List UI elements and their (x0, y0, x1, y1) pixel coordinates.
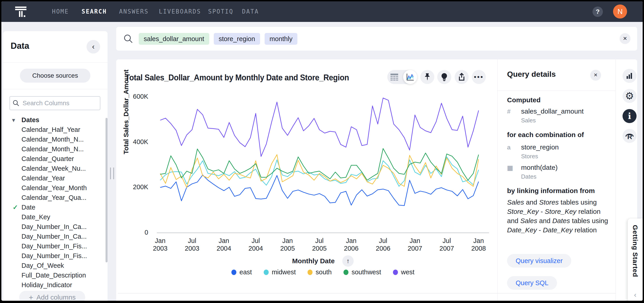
x-tick-label: Jan2006 (335, 237, 367, 252)
line-chart (150, 93, 496, 238)
series-line-midwest (160, 157, 478, 186)
column-item[interactable]: Calendar_Year_Qua... (3, 193, 104, 203)
search-token-monthly[interactable]: monthly (264, 33, 298, 45)
chart-view-button[interactable] (403, 70, 417, 84)
avatar[interactable]: N (613, 4, 627, 18)
divider (616, 59, 616, 301)
clear-search-button[interactable]: × (620, 33, 630, 44)
check-icon: ✓ (13, 203, 18, 212)
search-tokens: sales_dollar_amountstore_regionmonthly (139, 33, 297, 45)
search-icon (124, 34, 133, 44)
y-tick-label: 600K (124, 93, 148, 100)
legend-item-midwest[interactable]: midwest (264, 269, 296, 276)
sort-ascending-button[interactable]: ↑ (342, 255, 354, 267)
column-item[interactable]: Date_Key (3, 212, 104, 222)
legend-dot (308, 270, 312, 275)
answer-card: Total Sales_Dollar_Amount by Monthly Dat… (116, 59, 637, 301)
spotiq-insights-button[interactable] (437, 70, 451, 84)
x-tick-label: Jan2005 (272, 237, 304, 252)
thoughtspot-logo[interactable] (14, 5, 27, 18)
column-list: ▾DatesCalendar_Half_YearCalendar_Month_N… (3, 115, 104, 301)
pin-icon (423, 73, 432, 81)
chart-config-button[interactable] (622, 69, 636, 83)
close-query-details-button[interactable]: × (590, 70, 601, 81)
letter-a-icon: a (507, 144, 511, 151)
y-tick-label: 200K (124, 183, 148, 191)
choose-sources-button[interactable]: Choose sources (20, 69, 90, 83)
column-group-dates[interactable]: ▾Dates (3, 115, 104, 125)
column-item[interactable]: Calendar_Half_Year (3, 125, 104, 135)
query-column-source: Stores (521, 153, 538, 160)
y-axis-ticks: 0200K400K600K (124, 59, 148, 301)
column-item[interactable]: Calendar_Month_N... (3, 144, 104, 154)
linking-header: by linking information from (507, 187, 595, 195)
search-token-sales_dollar_amount[interactable]: sales_dollar_amount (139, 33, 209, 45)
legend-item-east[interactable]: east (232, 269, 252, 276)
nav-item-liveboards[interactable]: LIVEBOARDS (159, 1, 201, 22)
column-item[interactable]: Holiday_Indicator (3, 280, 104, 290)
column-item[interactable]: Day_Number_In_Ca... (3, 232, 104, 241)
column-item[interactable]: Day_Number_In_Fis... (3, 241, 104, 251)
query-visualizer-button[interactable]: Query visualizer (507, 254, 571, 268)
legend-dot (264, 270, 269, 275)
column-item[interactable]: Day_Number_In_Ca... (3, 222, 104, 232)
caret-down-icon: ▾ (12, 115, 15, 125)
column-item[interactable]: Full_Date_Description (3, 271, 104, 280)
share-icon (457, 73, 466, 81)
legend-item-west[interactable]: west (393, 269, 415, 276)
combination-header: for each combination of (507, 131, 584, 139)
table-icon (390, 73, 398, 81)
pin-button[interactable] (420, 70, 434, 84)
share-button[interactable] (455, 70, 469, 84)
legend-dot (344, 270, 348, 275)
column-item[interactable]: Calendar_Year_Month (3, 183, 104, 193)
help-button[interactable]: ? (592, 6, 603, 17)
legend-item-southwest[interactable]: southwest (344, 269, 381, 276)
query-info-button[interactable]: i (622, 109, 636, 123)
panel-resize-handle[interactable] (109, 168, 115, 179)
column-item[interactable]: Calendar_Quarter (3, 154, 104, 164)
search-icon (13, 100, 20, 107)
column-item[interactable]: Calendar_Month_N... (3, 135, 104, 144)
more-actions-button[interactable]: ••• (472, 70, 486, 84)
x-axis-title: Monthly Date (292, 257, 335, 265)
column-item[interactable]: Calendar_Week_Nu... (3, 164, 104, 173)
x-tick-label: Jul2004 (240, 237, 272, 252)
query-column-name: month(date) (521, 164, 558, 171)
nav-item-answers[interactable]: ANSWERS (119, 1, 149, 22)
info-icon: i (628, 112, 631, 120)
column-item[interactable]: Day_Of_Week (3, 261, 104, 271)
nav-item-data[interactable]: DATA (242, 1, 259, 22)
query-column-source: Sales (521, 117, 536, 124)
app-window: HOMESEARCHANSWERSLIVEBOARDSSPOTIQDATA ? … (0, 0, 644, 303)
query-column-source: Dates (521, 173, 536, 180)
add-columns-label: Add columns (36, 294, 76, 301)
nav-item-spotiq[interactable]: SPOTIQ (208, 1, 234, 22)
column-item[interactable]: Day_Number_In_Fis... (3, 251, 104, 261)
nav-item-search[interactable]: SEARCH (82, 1, 107, 22)
getting-started-tab[interactable]: Getting Started ‹ (628, 219, 643, 301)
x-axis-row: Monthly Date ↑ (150, 255, 496, 267)
divider (497, 90, 616, 91)
column-list-scrollbar[interactable] (106, 118, 108, 262)
collapse-panel-button[interactable]: ‹ (86, 40, 100, 53)
legend-dot (393, 270, 398, 275)
add-columns-button[interactable]: + Add columns (19, 291, 85, 301)
r-analysis-button[interactable]: R (622, 129, 636, 143)
legend-item-south[interactable]: south (308, 269, 332, 276)
search-bar: sales_dollar_amountstore_regionmonthly × (116, 27, 637, 50)
nav-item-home[interactable]: HOME (52, 1, 69, 22)
search-columns-input[interactable] (22, 99, 91, 107)
x-tick-label: Jan2003 (144, 237, 176, 252)
table-view-button[interactable] (387, 70, 401, 84)
column-item[interactable]: Calendar_Year (3, 173, 104, 183)
query-details-panel: Query details × Computed #sales_dollar_a… (497, 59, 616, 301)
column-item[interactable]: ✓Date (3, 203, 104, 212)
gear-icon: ⚙ (625, 91, 634, 101)
legend-dot (232, 270, 236, 275)
x-tick-label: Jan2008 (463, 237, 494, 252)
series-line-east (160, 175, 478, 206)
query-sql-button[interactable]: Query SQL (507, 276, 557, 290)
settings-button[interactable]: ⚙ (622, 89, 636, 103)
search-token-store_region[interactable]: store_region (214, 33, 260, 45)
